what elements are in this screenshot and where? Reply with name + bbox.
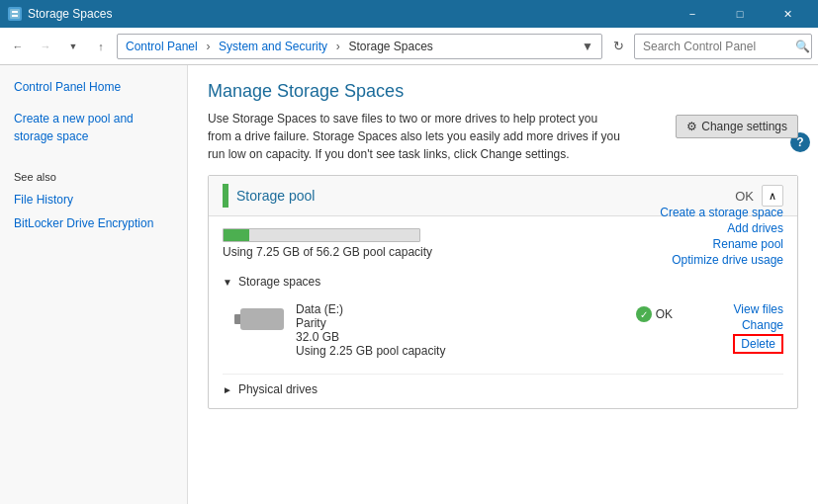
- delete-button[interactable]: Delete: [733, 334, 783, 354]
- space-actions: View files Change Delete: [714, 302, 783, 354]
- drive-icon: [240, 304, 284, 334]
- space-name: Data (E:): [296, 302, 624, 316]
- create-storage-space-link[interactable]: Create a storage space: [660, 206, 783, 219]
- pool-progress-bar: [223, 228, 420, 242]
- change-link[interactable]: Change: [714, 318, 783, 332]
- addressbar: ← → ▼ ↑ Control Panel › System and Secur…: [0, 28, 818, 65]
- physical-drives-header[interactable]: ► Physical drives: [223, 382, 783, 396]
- ok-label: OK: [656, 307, 673, 321]
- add-drives-link[interactable]: Add drives: [660, 221, 783, 235]
- pool-accent-bar: [223, 184, 228, 208]
- pool-name: Storage pool: [236, 188, 315, 204]
- see-also-label: See also: [0, 168, 187, 186]
- refresh-button[interactable]: ↻: [606, 35, 630, 58]
- space-type: Parity: [296, 316, 624, 330]
- pool-actions: Create a storage space Add drives Rename…: [660, 206, 783, 269]
- physical-drives-section: ► Physical drives: [223, 374, 783, 396]
- up-button[interactable]: ↑: [89, 35, 113, 58]
- rename-pool-link[interactable]: Rename pool: [660, 237, 783, 251]
- space-item: Data (E:) Parity 32.0 GB Using 2.25 GB p…: [240, 298, 783, 362]
- chevron-right-icon: ►: [223, 384, 232, 395]
- svg-rect-1: [12, 11, 18, 13]
- sidebar-link-control-panel-home[interactable]: Control Panel Home: [0, 77, 187, 97]
- svg-rect-2: [12, 15, 18, 17]
- pool-status: OK: [735, 189, 754, 204]
- space-details: Data (E:) Parity 32.0 GB Using 2.25 GB p…: [296, 302, 624, 358]
- page-description: Use Storage Spaces to save files to two …: [208, 110, 623, 163]
- change-settings-button[interactable]: ⚙ Change settings: [676, 115, 798, 138]
- pool-expand-button[interactable]: ∧: [762, 185, 783, 207]
- back-button[interactable]: ←: [6, 35, 30, 58]
- pool-progress-fill: [224, 229, 249, 241]
- search-input[interactable]: [643, 40, 791, 53]
- view-files-link[interactable]: View files: [714, 302, 783, 316]
- optimize-drive-usage-link[interactable]: Optimize drive usage: [660, 253, 783, 267]
- breadcrumb-segment-3: Storage Spaces: [348, 40, 432, 53]
- page-title: Manage Storage Spaces: [208, 81, 798, 102]
- storage-spaces-title: Storage spaces: [238, 275, 320, 289]
- sidebar-link-bitlocker[interactable]: BitLocker Drive Encryption: [0, 213, 187, 233]
- sidebar: Control Panel Home Create a new pool and…: [0, 65, 188, 504]
- sidebar-link-file-history[interactable]: File History: [0, 190, 187, 210]
- app-title: Storage Spaces: [28, 7, 112, 21]
- space-capacity: Using 2.25 GB pool capacity: [296, 344, 624, 358]
- address-path[interactable]: Control Panel › System and Security › St…: [117, 34, 602, 59]
- space-size: 32.0 GB: [296, 330, 624, 344]
- storage-spaces-header[interactable]: ▼ Storage spaces: [223, 275, 783, 289]
- titlebar: Storage Spaces − □ ✕: [0, 0, 818, 28]
- sidebar-link-create-pool[interactable]: Create a new pool and storage space: [0, 107, 187, 148]
- svg-rect-0: [10, 9, 20, 19]
- content-area: ? Manage Storage Spaces Use Storage Spac…: [188, 65, 818, 504]
- storage-pool-card: Storage pool OK ∧ Using 7.25 GB of 56.2 …: [208, 175, 798, 409]
- close-button[interactable]: ✕: [765, 0, 810, 28]
- physical-drives-title: Physical drives: [238, 382, 318, 396]
- storage-spaces-section: ▼ Storage spaces Data (E:) Pari: [223, 275, 783, 362]
- breadcrumb-segment-1[interactable]: Control Panel: [126, 40, 198, 53]
- app-icon: [8, 7, 22, 21]
- forward-button[interactable]: →: [34, 35, 57, 58]
- chevron-down-icon: ▼: [582, 40, 593, 53]
- chevron-down-icon: ▼: [223, 277, 232, 288]
- gear-icon: ⚙: [686, 120, 697, 133]
- maximize-button[interactable]: □: [717, 0, 763, 28]
- recent-locations-button[interactable]: ▼: [61, 35, 85, 58]
- ok-icon: ✓: [636, 306, 652, 322]
- breadcrumb: Control Panel › System and Security › St…: [126, 40, 578, 53]
- search-icon: 🔍: [795, 40, 810, 53]
- minimize-button[interactable]: −: [670, 0, 715, 28]
- breadcrumb-segment-2[interactable]: System and Security: [219, 40, 327, 53]
- space-status: ✓ OK: [636, 306, 673, 322]
- search-box[interactable]: 🔍: [634, 34, 812, 59]
